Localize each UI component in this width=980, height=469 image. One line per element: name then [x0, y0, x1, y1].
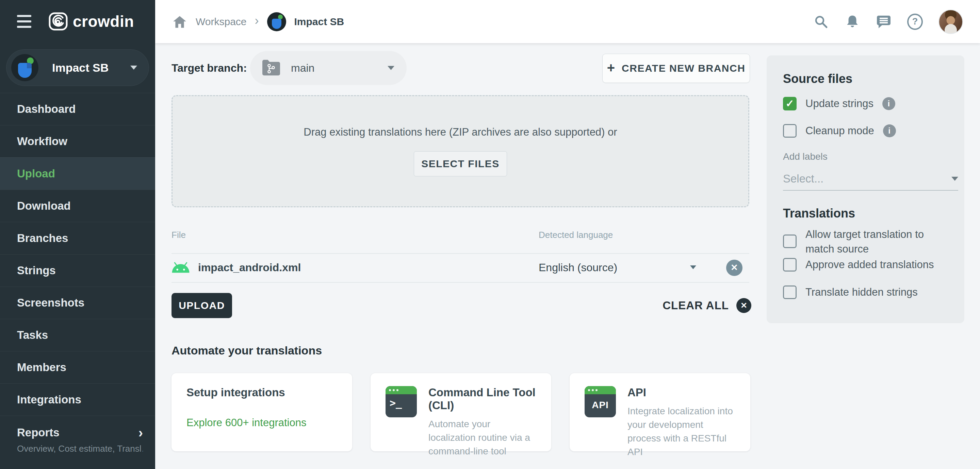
chevron-down-icon[interactable] — [690, 265, 696, 269]
project-avatar — [11, 54, 38, 81]
option-update-strings: ✓ Update strings i — [783, 96, 895, 111]
sidebar-item-integrations[interactable]: Integrations — [0, 383, 155, 416]
translations-title: Translations — [783, 206, 855, 220]
branch-select[interactable]: main — [250, 51, 407, 85]
approve-added-checkbox[interactable] — [783, 258, 797, 271]
topbar-actions: ? — [813, 10, 963, 34]
hamburger-menu-icon[interactable] — [17, 15, 31, 28]
branch-folder-icon — [260, 59, 282, 77]
clear-all-x-icon: ✕ — [737, 298, 751, 313]
option-cleanup-mode: Cleanup mode i — [783, 124, 896, 138]
messages-icon[interactable] — [876, 14, 891, 30]
sidebar-item-strings[interactable]: Strings — [0, 254, 155, 287]
android-icon — [172, 262, 190, 274]
sidebar-item-dashboard[interactable]: Dashboard — [0, 93, 155, 125]
breadcrumb-project-avatar — [267, 12, 286, 31]
translate-hidden-checkbox[interactable] — [783, 285, 797, 299]
option-allow-match-source: Allow target translation to match source — [783, 227, 952, 256]
sidebar-item-reports[interactable]: Reports › Overview, Cost estimate, Trans… — [0, 416, 155, 464]
notifications-bell-icon[interactable] — [845, 14, 860, 30]
file-name: impact_android.xml — [198, 261, 301, 274]
cleanup-mode-checkbox[interactable] — [783, 124, 797, 138]
file-dropzone[interactable]: Drag existing translations here (ZIP arc… — [172, 95, 749, 207]
sidebar-item-download[interactable]: Download — [0, 190, 155, 222]
project-name: Impact SB — [52, 61, 130, 74]
sidebar-item-workflow[interactable]: Workflow — [0, 125, 155, 157]
reports-subtitle: Overview, Cost estimate, Transl… — [17, 444, 143, 454]
column-header-file: File — [172, 230, 186, 240]
sidebar-item-branches[interactable]: Branches — [0, 222, 155, 254]
branch-select-value: main — [291, 62, 388, 74]
terminal-icon: >_ — [385, 386, 417, 417]
target-branch-label: Target branch: — [172, 62, 247, 74]
card-title: Command Line Tool (CLI) — [428, 386, 536, 412]
crowdin-logo[interactable]: crowdin — [48, 12, 134, 30]
upload-button[interactable]: UPLOAD — [172, 293, 232, 318]
automation-cards: Setup integrations Explore 600+ integrat… — [172, 373, 750, 452]
breadcrumb-separator-icon: › — [255, 14, 259, 29]
automate-section-title: Automate your translations — [172, 344, 322, 357]
project-switcher[interactable]: Impact SB — [6, 49, 149, 86]
main-content: Target branch: main + CREATE NEW BRANCH … — [155, 43, 980, 469]
sidebar-nav: Dashboard Workflow Upload Download Branc… — [0, 93, 155, 464]
language-select[interactable]: English (source) — [539, 261, 617, 274]
add-labels-label: Add labels — [783, 151, 827, 162]
card-description: Integrate localization into your develop… — [627, 404, 735, 459]
search-icon[interactable] — [813, 14, 829, 30]
chevron-right-icon: › — [138, 426, 143, 439]
card-api[interactable]: API API Integrate localization into your… — [570, 373, 750, 452]
plus-icon: + — [607, 61, 615, 76]
dropzone-text: Drag existing translations here (ZIP arc… — [304, 126, 617, 138]
select-files-button[interactable]: SELECT FILES — [414, 151, 507, 176]
topbar: Workspace › Impact SB ? — [155, 0, 980, 43]
card-title: API — [627, 386, 735, 399]
card-description: Automate your localization routine via a… — [428, 417, 536, 458]
sidebar: crowdin Impact SB Dashboard Workflow Upl… — [0, 0, 155, 469]
allow-match-source-checkbox[interactable] — [783, 234, 797, 248]
home-icon[interactable] — [172, 14, 188, 30]
create-new-branch-button[interactable]: + CREATE NEW BRANCH — [602, 54, 750, 83]
divider — [172, 282, 749, 283]
chevron-down-icon — [130, 66, 137, 70]
labels-select[interactable]: Select... — [783, 168, 958, 191]
option-translate-hidden: Translate hidden strings — [783, 285, 918, 299]
help-icon[interactable]: ? — [907, 14, 923, 30]
clear-all-button[interactable]: CLEAR ALL ✕ — [662, 295, 751, 316]
crowdin-wordmark: crowdin — [73, 12, 134, 30]
breadcrumb-project[interactable]: Impact SB — [294, 16, 344, 27]
card-cli[interactable]: >_ Command Line Tool (CLI) Automate your… — [371, 373, 551, 452]
sidebar-item-members[interactable]: Members — [0, 351, 155, 383]
update-strings-checkbox[interactable]: ✓ — [783, 97, 797, 111]
upload-options-panel: Source files ✓ Update strings i Cleanup … — [767, 55, 964, 323]
api-icon: API — [585, 386, 616, 417]
info-icon[interactable]: i — [883, 124, 896, 137]
sidebar-item-screenshots[interactable]: Screenshots — [0, 287, 155, 319]
crowdin-logo-icon — [48, 12, 68, 30]
breadcrumb: Workspace › Impact SB — [172, 12, 344, 31]
breadcrumb-workspace[interactable]: Workspace — [196, 16, 247, 27]
column-header-detected-language: Detected language — [539, 230, 613, 240]
card-setup-integrations: Setup integrations Explore 600+ integrat… — [172, 373, 352, 452]
labels-select-placeholder: Select... — [783, 172, 951, 185]
option-approve-added: Approve added translations — [783, 257, 934, 272]
chevron-down-icon — [951, 177, 958, 181]
card-title: Setup integrations — [186, 386, 337, 399]
table-row: impact_android.xml English (source) ✕ — [172, 253, 749, 282]
remove-file-button[interactable]: ✕ — [726, 260, 743, 276]
info-icon[interactable]: i — [882, 97, 895, 110]
source-files-title: Source files — [783, 72, 853, 86]
user-avatar[interactable] — [939, 10, 963, 34]
sidebar-item-upload[interactable]: Upload — [0, 157, 155, 190]
sidebar-item-tasks[interactable]: Tasks — [0, 319, 155, 351]
chevron-down-icon — [388, 66, 395, 70]
explore-integrations-link[interactable]: Explore 600+ integrations — [186, 417, 306, 429]
